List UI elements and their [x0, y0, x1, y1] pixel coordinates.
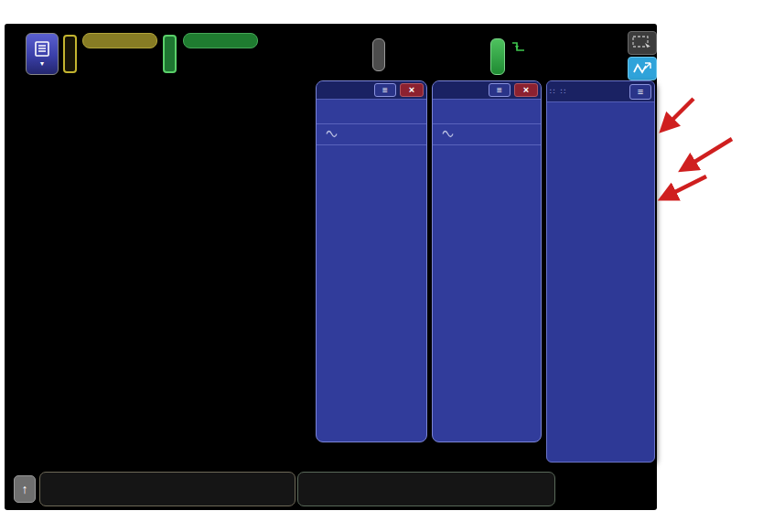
- bottom-bar: ↑: [5, 470, 657, 508]
- waveform-view-button[interactable]: [628, 57, 657, 80]
- horizontal-button[interactable]: [372, 38, 385, 71]
- dialog-close-button[interactable]: ×: [514, 83, 538, 97]
- channel2-measurements-dialog: ≡ ×: [432, 80, 542, 442]
- header-bar: ▼: [5, 24, 657, 79]
- channel2-source-settings[interactable]: [297, 472, 555, 506]
- channel1-button[interactable]: [63, 35, 77, 73]
- drag-handle-icon[interactable]: ∷: [550, 88, 555, 96]
- zoom-select-button[interactable]: [628, 31, 657, 55]
- channel2-button[interactable]: [163, 35, 177, 73]
- panel-menu-button[interactable]: ≡: [629, 84, 651, 100]
- efficiency-arrow: [664, 176, 706, 197]
- channel2-watts-scale[interactable]: [180, 63, 261, 76]
- ac-icon: [442, 130, 454, 138]
- selection-rectangle-icon: [632, 36, 652, 50]
- power-section-label: [438, 130, 535, 138]
- ac-icon: [326, 130, 338, 138]
- channel2-scales: [180, 33, 261, 76]
- channel2-volts-scale[interactable]: [183, 33, 258, 48]
- channel1-volts-scale[interactable]: [82, 33, 157, 48]
- drag-handle-icon[interactable]: ∷: [561, 88, 566, 96]
- dialog-menu-button[interactable]: ≡: [489, 83, 510, 97]
- dialog-body: [433, 100, 541, 157]
- pin-arrow: [664, 99, 693, 128]
- channel2-amps-scale[interactable]: [180, 49, 261, 62]
- channel1-amps-scale[interactable]: [80, 49, 160, 62]
- dialog-body: [317, 100, 426, 157]
- pout-arrow: [684, 139, 732, 168]
- waveform-icon: [632, 61, 652, 76]
- power-section-label: [322, 130, 421, 138]
- page: ▼: [0, 0, 763, 532]
- trigger-button[interactable]: [490, 38, 505, 75]
- instrument-screen: ▼: [5, 24, 657, 510]
- channel1-scales: [80, 33, 160, 76]
- dialog-header: ≡ ×: [317, 81, 426, 100]
- efficiency-panel: ∷ ∷ ≡: [546, 80, 655, 463]
- chevron-down-icon: ▼: [39, 60, 46, 67]
- expand-up-button[interactable]: ↑: [14, 475, 36, 503]
- channel1-measurements-dialog: ≡ ×: [316, 80, 427, 442]
- trigger-edge-icon: [511, 40, 526, 54]
- document-menu-icon: [35, 41, 49, 59]
- efficiency-panel-header[interactable]: ∷ ∷ ≡: [547, 81, 654, 102]
- dialog-header: ≡ ×: [433, 81, 541, 100]
- channel1-source-settings[interactable]: [39, 472, 296, 506]
- dialog-close-button[interactable]: ×: [400, 83, 424, 97]
- main-menu-button[interactable]: ▼: [26, 33, 59, 75]
- channel1-watts-scale[interactable]: [80, 63, 160, 76]
- dialog-menu-button[interactable]: ≡: [374, 83, 396, 97]
